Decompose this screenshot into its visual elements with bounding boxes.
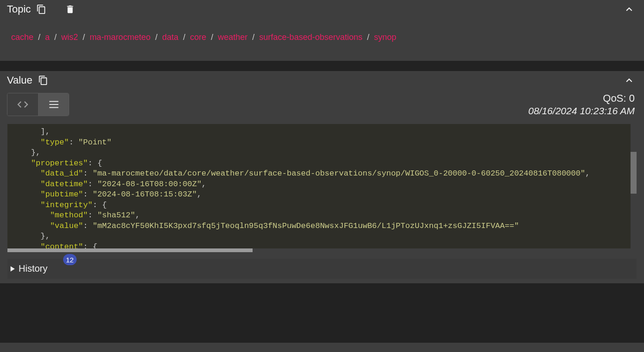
json-code-block[interactable]: ], "type": "Point" }, "properties": { "d… — [7, 124, 637, 248]
topic-title: Topic — [7, 3, 31, 15]
vertical-scrollbar-thumb[interactable] — [631, 152, 637, 194]
value-meta: QoS: 0 08/16/2024 10:23:16 AM — [528, 92, 635, 117]
value-toolbar: QoS: 0 08/16/2024 10:23:16 AM — [0, 90, 644, 119]
breadcrumb-segment[interactable]: wis2 — [61, 33, 78, 42]
bottom-panel-strip — [0, 343, 644, 352]
breadcrumb-segment[interactable]: synop — [374, 33, 396, 42]
horizontal-scrollbar-track[interactable] — [7, 248, 637, 252]
code-icon — [16, 98, 29, 111]
breadcrumb-separator: / — [211, 33, 213, 42]
breadcrumb-segment[interactable]: ma-marocmeteo — [90, 33, 150, 42]
history-count-badge: 12 — [63, 254, 77, 265]
delete-topic-button[interactable] — [62, 1, 78, 17]
collapse-topic-button[interactable] — [621, 1, 637, 17]
topic-panel: Topic cache/a/wis2/ma-marocmeteo/data/co… — [0, 0, 644, 61]
chevron-up-icon — [623, 3, 635, 15]
history-toggle[interactable]: History 12 — [7, 259, 637, 279]
list-icon — [48, 98, 60, 111]
breadcrumb-separator: / — [54, 33, 57, 42]
breadcrumb-separator: / — [83, 33, 85, 42]
breadcrumb-segment[interactable]: core — [190, 33, 206, 42]
breadcrumb-separator: / — [252, 33, 254, 42]
breadcrumb-segment[interactable]: a — [45, 33, 50, 42]
code-container: ], "type": "Point" }, "properties": { "d… — [7, 124, 637, 252]
breadcrumb-separator: / — [38, 33, 40, 42]
value-header: Value — [0, 71, 644, 90]
value-title: Value — [7, 74, 33, 86]
vertical-scrollbar-track[interactable] — [631, 124, 637, 248]
chevron-up-icon — [623, 74, 635, 86]
qos-label: QoS: 0 — [528, 92, 635, 104]
play-icon — [7, 264, 17, 274]
collapse-value-button[interactable] — [621, 72, 637, 88]
topic-header: Topic — [0, 0, 644, 19]
breadcrumb-segment[interactable]: surface-based-observations — [259, 33, 362, 42]
topic-breadcrumb: cache/a/wis2/ma-marocmeteo/data/core/wea… — [0, 19, 644, 61]
copy-icon — [38, 75, 48, 85]
breadcrumb-separator: / — [155, 33, 157, 42]
breadcrumb-segment[interactable]: weather — [218, 33, 247, 42]
copy-value-button[interactable] — [35, 72, 51, 88]
value-panel: Value QoS: 0 08/16/2024 10:23:16 AM ], "… — [0, 71, 644, 283]
breadcrumb-segment[interactable]: cache — [11, 33, 33, 42]
raw-view-button[interactable] — [7, 93, 38, 116]
copy-topic-button[interactable] — [33, 1, 49, 17]
formatted-view-button[interactable] — [38, 93, 69, 116]
breadcrumb-separator: / — [367, 33, 369, 42]
breadcrumb-separator: / — [183, 33, 185, 42]
horizontal-scrollbar-thumb[interactable] — [7, 248, 253, 252]
timestamp-label: 08/16/2024 10:23:16 AM — [528, 105, 635, 117]
copy-icon — [36, 4, 46, 14]
breadcrumb-segment[interactable]: data — [162, 33, 178, 42]
trash-icon — [65, 4, 75, 14]
history-label: History — [19, 263, 47, 274]
view-mode-toggle — [7, 93, 69, 116]
